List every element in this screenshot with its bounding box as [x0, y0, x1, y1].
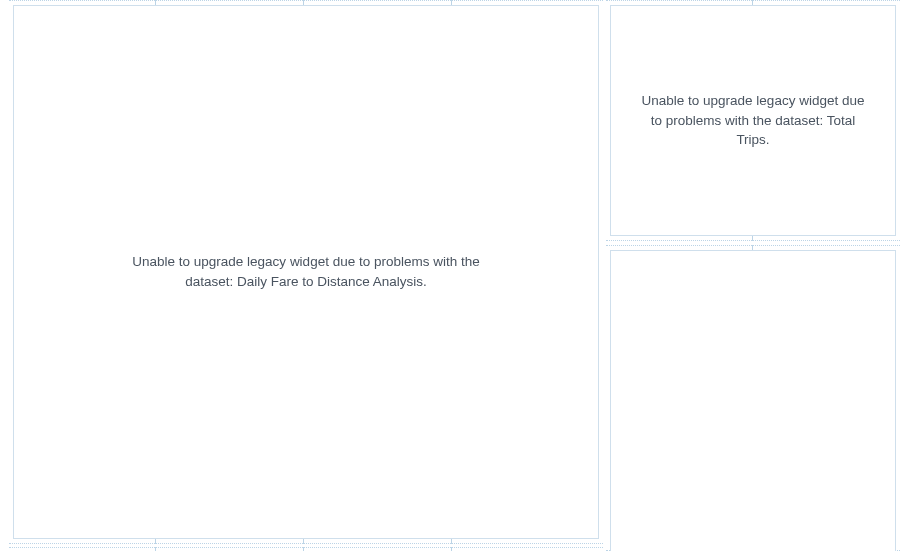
widget-panel-empty[interactable]	[606, 245, 900, 551]
widget-panel-total-trips[interactable]: Unable to upgrade legacy widget due to p…	[606, 0, 900, 241]
widget-content	[610, 250, 896, 551]
widget-content: Unable to upgrade legacy widget due to p…	[610, 5, 896, 236]
ruler-tick	[155, 547, 156, 551]
widget-error-message: Unable to upgrade legacy widget due to p…	[126, 252, 486, 291]
widget-error-message: Unable to upgrade legacy widget due to p…	[635, 91, 871, 150]
ruler-tick	[451, 547, 452, 551]
dashboard-grid: Unable to upgrade legacy widget due to p…	[0, 0, 900, 551]
widget-content: Unable to upgrade legacy widget due to p…	[13, 5, 599, 539]
ruler-tick	[303, 547, 304, 551]
grid-ruler-top	[9, 547, 603, 551]
widget-panel-daily-fare-distance[interactable]: Unable to upgrade legacy widget due to p…	[9, 0, 603, 544]
widget-panel-below[interactable]	[9, 547, 603, 551]
